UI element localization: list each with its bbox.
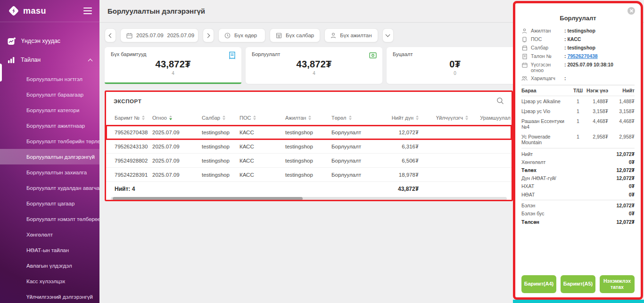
column-header-total[interactable]: Нийт дүн — [375, 115, 419, 121]
people-icon — [521, 76, 528, 81]
chevron-down-icon — [386, 32, 390, 37]
column-header-date[interactable]: Огноо — [152, 115, 202, 121]
detail-row-receipt-no: Талон № : 79526270438 — [521, 52, 635, 60]
download-invoice-button[interactable]: Нэхэмжлэх татах — [600, 275, 635, 293]
bottom-teal-bar — [513, 300, 644, 303]
reports-submenu: Борлуулалтын нэгтгэл Борлуулалт бараагаа… — [0, 71, 99, 303]
submenu-item[interactable]: Үйлчилгээний дэлгэрэнгүй — [0, 289, 99, 303]
total-row-payable: Төлөх12,072₮ — [521, 166, 635, 174]
total-row: Бэлэн бус0₮ — [521, 210, 635, 218]
stat-card-amount: 43,872₮ — [111, 59, 235, 70]
table-row[interactable]: 79524928802 2025.07.09 testingshop КАСС … — [106, 154, 512, 168]
sidebar-item-reports[interactable]: Тайлан — [0, 50, 99, 69]
calendar-icon — [126, 33, 132, 39]
submenu-item[interactable]: Борлуулалт худалдан авагчаар — [0, 180, 99, 196]
prev-date-button[interactable] — [105, 28, 116, 42]
table-row-selected[interactable]: 79526270438 2025.07.09 testingshop КАСС … — [106, 125, 512, 139]
bar-chart-icon — [8, 57, 15, 64]
table-toolbar: ЭКСПОРТ — [106, 92, 512, 111]
submenu-item[interactable]: Борлуулалт төлбөрийн төрлөөр — [0, 133, 99, 149]
stat-cards: Бүх баримтууд 43,872₮ 4 Борлуулалт 43,87… — [105, 47, 523, 84]
total-row: НХАТ0₮ — [521, 182, 635, 190]
stat-card-sales: Борлуулалт 43,872₮ 4 — [246, 47, 382, 84]
submenu-item[interactable]: Хөнгөлөлт — [0, 227, 99, 242]
table-footer: Нийт: 4 43,872₮ — [106, 182, 512, 196]
active-section-indicator — [0, 64, 2, 82]
app-root: { "colors": { "annotation_red": "#ec2027… — [0, 0, 644, 303]
item-row: Ус Powerade Mountain 1 2,958₮ 2,958₮ — [521, 131, 635, 147]
menu-toggle-icon[interactable] — [83, 8, 92, 14]
active-card-underline — [105, 82, 241, 84]
column-header-type[interactable]: Төрөл — [331, 115, 375, 121]
items-header-row: Бараа Т/Ш Нэгж үнэ Нийт — [521, 85, 635, 96]
calendar-icon — [521, 62, 528, 68]
panel-actions: Баримт(A4) Баримт(A5) Нэхэмжлэх татах — [521, 275, 635, 293]
table-row[interactable]: 79526243130 2025.07.09 testingshop КАСС … — [106, 139, 512, 154]
total-row: Нийт12,072₮ — [521, 150, 635, 158]
column-header-pos[interactable]: ПОС — [239, 115, 285, 121]
stat-card-count: 0 — [393, 71, 517, 76]
stat-card-refunds: Буцаалт 0₮ 0 — [387, 47, 523, 84]
table-row[interactable]: 79524228391 2025.07.09 testingshop КАСС … — [106, 168, 512, 182]
print-a5-button[interactable]: Баримт(A5) — [561, 275, 595, 293]
horizontal-scrollbar[interactable] — [111, 197, 507, 200]
sort-desc-icon — [169, 115, 172, 120]
logo-text: masu — [23, 6, 46, 16]
submenu-item[interactable]: Борлуулалт бараагаар — [0, 87, 99, 102]
staff-filter-dropdown[interactable]: Бүх ажилтан — [324, 28, 378, 42]
sidebar-item-home[interactable]: Үндсэн хуудас — [0, 32, 99, 50]
stat-card-amount: 0₮ — [393, 59, 517, 70]
sidebar: masu Үндсэн хуудас Тайлан Борлуулалтын н… — [0, 0, 99, 303]
submenu-item[interactable]: Борлуулалт ажилтнаар — [0, 118, 99, 133]
search-icon[interactable] — [496, 97, 504, 105]
submenu-item-active[interactable]: Борлуулалтын дэлгэрэнгүй — [0, 149, 99, 164]
submenu-item[interactable]: НӨАТ-ын тайлан — [0, 242, 99, 258]
expand-filters-button[interactable] — [382, 28, 394, 42]
close-icon[interactable] — [627, 7, 635, 15]
column-header-bonus[interactable]: Урамшуулал — [468, 115, 512, 121]
sort-icon — [142, 115, 145, 120]
branch-filter-dropdown[interactable]: Бүх салбар — [270, 28, 320, 42]
submenu-item[interactable]: Борлуулалтын захиалга — [0, 164, 99, 180]
item-row: Цэвэр ус Vio 1 3,158₮ 3,158₮ — [521, 106, 635, 116]
receipt-details: Ажилтан : testingshop ПОС : КАСС Салбар … — [521, 26, 635, 82]
receipt-totals: Нийт12,072₮ Хөнгөлөлт0₮ Төлөх12,072₮ Дүн… — [521, 148, 635, 226]
column-header-branch[interactable]: Салбар — [202, 115, 239, 121]
next-date-button[interactable] — [203, 28, 214, 42]
day-filter-dropdown[interactable]: Бүх өдөр — [218, 28, 265, 42]
receipt-number-link[interactable]: 79526270438 — [567, 53, 597, 59]
stat-card-count: 4 — [111, 71, 235, 76]
total-row: Хөнгөлөлт0₮ — [521, 158, 635, 166]
person-icon — [521, 28, 528, 34]
logo[interactable]: masu — [8, 5, 46, 17]
total-row: Бэлэн12,072₮ — [521, 200, 635, 210]
column-header-customer[interactable]: Үйлчүүлэгч — [419, 115, 468, 121]
date-to: 2025.07.09 — [167, 33, 195, 38]
store-icon — [521, 45, 528, 51]
sort-icon — [223, 115, 225, 120]
submenu-item[interactable]: Борлуулалтын нэгтгэл — [0, 71, 99, 87]
submenu-item[interactable]: Борлуулалт нэмэлт төлбөрөөр — [0, 211, 99, 227]
submenu-item[interactable]: Авлагын үлдэгдэл — [0, 258, 99, 273]
detail-row-staff: Ажилтан : testingshop — [521, 26, 635, 35]
submenu-item[interactable]: Касс хүлээлцэх — [0, 273, 99, 289]
detail-row-customer: Харилцагч : — [521, 74, 635, 82]
print-a4-button[interactable]: Баримт(A4) — [521, 275, 556, 293]
clock-icon — [224, 33, 231, 39]
sidebar-header: masu — [0, 0, 99, 22]
staff-filter-value: Бүх ажилтан — [340, 33, 372, 38]
item-row: Рашаан Ессентуки №4 1 4,468₮ 4,468₮ — [521, 116, 635, 131]
total-row: Дүн /НӨАТ-гүй/12,072₮ — [521, 174, 635, 182]
sidebar-item-label: Үндсэн хуудас — [21, 38, 92, 44]
sort-icon — [349, 115, 352, 120]
pos-terminal-icon — [521, 37, 528, 42]
date-range-picker[interactable]: 2025.07.09 2025.07.09 — [120, 28, 198, 42]
column-header-receipt-no[interactable]: Баримт № — [115, 115, 152, 121]
submenu-item[interactable]: Борлуулалт цагаар — [0, 196, 99, 211]
sidebar-nav: Үндсэн хуудас Тайлан Борлуулалтын нэгтгэ… — [0, 22, 99, 303]
detail-row-branch: Салбар : testingshop — [521, 43, 635, 52]
export-button[interactable]: ЭКСПОРТ — [114, 98, 141, 104]
column-header-staff[interactable]: Ажилтан — [285, 115, 331, 121]
scrollbar-thumb[interactable] — [113, 197, 303, 200]
submenu-item[interactable]: Борлуулалт категори — [0, 102, 99, 118]
